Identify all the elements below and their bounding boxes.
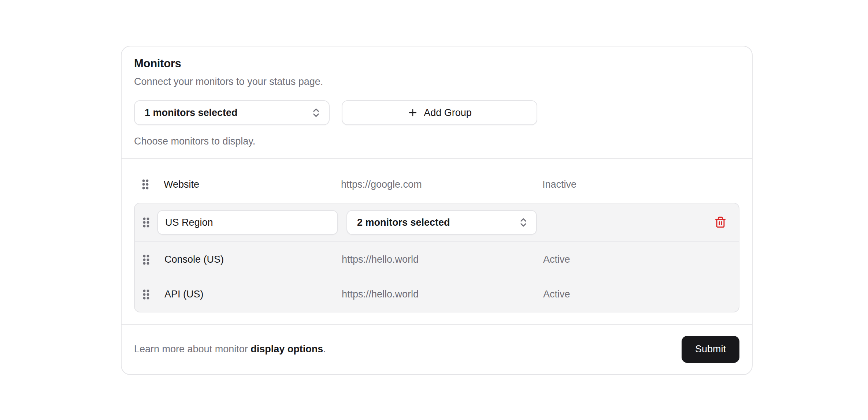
group-name-input[interactable] (157, 210, 338, 235)
group-monitors-select-value: 2 monitors selected (357, 217, 450, 228)
learn-more-prefix: Learn more about monitor (134, 344, 251, 355)
submit-button[interactable]: Submit (682, 336, 739, 363)
monitor-name: Website (164, 179, 341, 190)
monitor-row-website[interactable]: Website https://google.com Inactive (134, 166, 739, 203)
page-title: Monitors (134, 57, 739, 71)
monitor-url: https://hello.world (342, 289, 543, 300)
monitor-name: API (US) (164, 289, 342, 300)
monitor-url: https://hello.world (342, 254, 543, 265)
drag-handle-icon[interactable] (143, 255, 149, 265)
monitor-row-console-us[interactable]: Console (US) https://hello.world Active (135, 242, 739, 277)
card-header: Monitors Connect your monitors to your s… (122, 46, 752, 158)
chevrons-up-down-icon (311, 107, 322, 118)
monitor-status: Active (543, 289, 739, 300)
monitors-card: Monitors Connect your monitors to your s… (121, 46, 753, 375)
monitor-name: Console (US) (164, 254, 342, 265)
monitor-group: 2 monitors selected (134, 203, 739, 312)
display-options-link[interactable]: display options (251, 344, 323, 355)
group-monitors-select[interactable]: 2 monitors selected (346, 210, 537, 235)
drag-handle-icon[interactable] (142, 179, 149, 190)
delete-group-button[interactable] (712, 214, 729, 231)
monitor-row-api-us[interactable]: API (US) https://hello.world Active (135, 277, 739, 312)
monitors-select-value: 1 monitors selected (145, 107, 238, 119)
trash-icon (714, 216, 727, 229)
chevrons-up-down-icon (518, 217, 529, 228)
controls-row: 1 monitors selected Add Group (134, 100, 739, 125)
learn-more-suffix: . (323, 344, 326, 355)
add-group-label: Add Group (424, 107, 472, 119)
drag-handle-icon[interactable] (143, 217, 149, 228)
page-subtitle: Connect your monitors to your status pag… (134, 75, 739, 88)
monitor-list: Website https://google.com Inactive 2 mo… (122, 159, 752, 324)
monitor-status: Active (543, 254, 739, 265)
monitor-url: https://google.com (341, 179, 542, 190)
monitors-select[interactable]: 1 monitors selected (134, 100, 330, 125)
helper-text: Choose monitors to display. (134, 135, 739, 148)
drag-handle-icon[interactable] (143, 289, 149, 300)
monitor-status: Inactive (542, 179, 739, 190)
card-footer: Learn more about monitor display options… (122, 325, 752, 374)
add-group-button[interactable]: Add Group (342, 100, 537, 125)
group-header: 2 monitors selected (135, 203, 739, 241)
plus-icon (407, 107, 418, 118)
learn-more-text: Learn more about monitor display options… (134, 344, 326, 355)
